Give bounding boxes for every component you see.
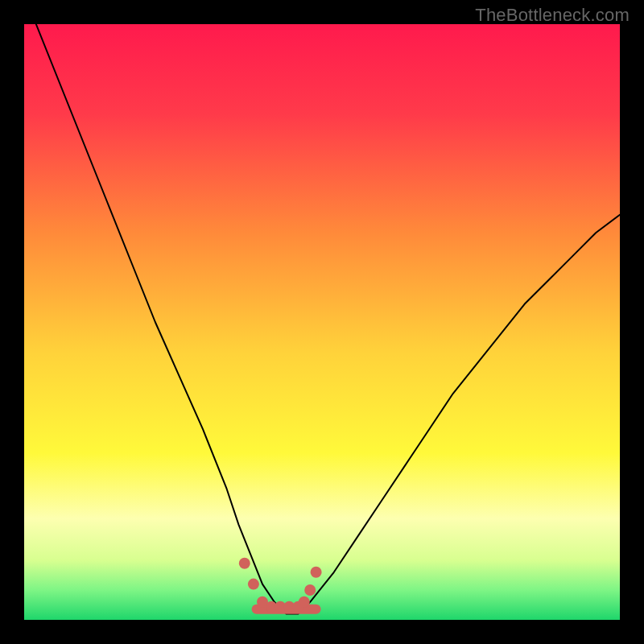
- marker-dot: [239, 558, 250, 569]
- marker-dot: [299, 597, 310, 608]
- chart-frame: TheBottleneck.com: [0, 0, 644, 644]
- gradient-bg: [24, 24, 620, 620]
- marker-dot: [248, 579, 259, 590]
- bottleneck-chart: [24, 24, 620, 620]
- marker-dot: [304, 584, 316, 596]
- watermark-text: TheBottleneck.com: [475, 5, 630, 26]
- marker-dot: [311, 567, 322, 578]
- chart-svg: [24, 24, 620, 620]
